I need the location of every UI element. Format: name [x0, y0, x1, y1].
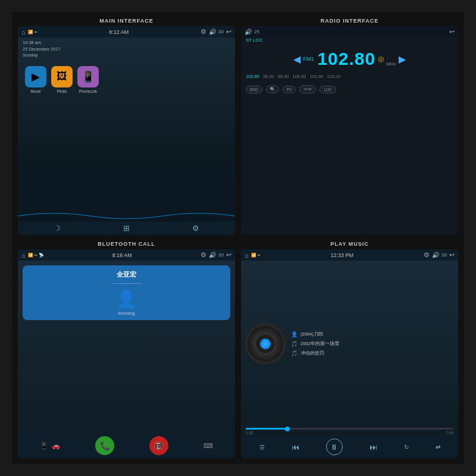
photo-app[interactable]: 🖼 Photo: [51, 66, 73, 93]
phonelink-label: PhoneLink: [79, 89, 98, 93]
radio-volume-icon[interactable]: 🔊: [245, 29, 252, 35]
preset-2[interactable]: 98.60: [263, 74, 274, 79]
home-icon[interactable]: ⌂: [21, 29, 26, 36]
apps-grid-icon[interactable]: ⊞: [123, 224, 130, 233]
music-status-icons: 📶 ▪▪: [251, 253, 261, 258]
photo-label: Photo: [57, 89, 67, 93]
music-body: 👤 (2004)刀郎 🎵 2002年的第一场雪 🎵 冲动的惩罚: [241, 261, 458, 427]
track-item-3[interactable]: 🎵 冲动的惩罚: [291, 350, 455, 356]
music-eq-icon[interactable]: ⚙: [424, 251, 430, 259]
track-3-title: 冲动的惩罚: [300, 350, 324, 356]
bt-phone-icon: 📱: [40, 442, 48, 450]
vinyl-disc: [245, 323, 286, 365]
radio-volume-level: 25: [254, 29, 259, 35]
shuffle-icon[interactable]: ⇄: [436, 444, 440, 450]
phonelink-app[interactable]: 📱 PhoneLink: [77, 66, 99, 93]
volume-level: 20: [218, 29, 224, 35]
radio-interface-label: RADIO INTERFACE: [241, 18, 458, 24]
music-screen: ⌂ 📶 ▪▪ 12:33 PM ⚙ 🔊 20 ↩: [241, 249, 458, 458]
track-item-2[interactable]: 🎵 2002年的第一场雪: [291, 341, 455, 347]
preset-1[interactable]: 102.80: [246, 74, 259, 79]
loc-button[interactable]: LOC: [320, 86, 336, 93]
equalizer-icon[interactable]: ⚙: [201, 28, 206, 36]
music-controls: ☰ ⏮ ⏸ ⏭ ↻ ⇄: [241, 436, 458, 458]
music-volume-icon[interactable]: 🔊: [432, 252, 439, 258]
preset-4[interactable]: 100.80: [293, 74, 306, 79]
radio-back-icon[interactable]: ↩: [449, 28, 455, 36]
progress-dot: [285, 427, 290, 431]
main-bottombar: ☽ ⊞ ⚙: [18, 221, 235, 235]
music-back-icon[interactable]: ↩: [449, 251, 455, 259]
bt-car-icon: 🚗: [52, 442, 60, 450]
bt-volume-icon[interactable]: 🔊: [209, 252, 216, 258]
track-2-title: 2002年的第一场雪: [300, 341, 339, 347]
music-topbar: ⌂ 📶 ▪▪ 12:33 PM ⚙ 🔊 20 ↩: [241, 249, 458, 261]
radio-interface-section: RADIO INTERFACE 🔊 25 ↩ ST LOC ◀ FM1 102.…: [241, 18, 458, 235]
bt-eq-icon[interactable]: ⚙: [201, 251, 206, 259]
radio-frequency: 102.80: [317, 49, 375, 69]
bt-volume-level: 20: [218, 252, 224, 258]
playlist-icon[interactable]: ☰: [259, 444, 265, 450]
progress-bar-background[interactable]: [246, 428, 453, 430]
preset-3[interactable]: 99.30: [278, 74, 289, 79]
radio-topbar: 🔊 25 ↩: [241, 26, 458, 37]
bluetooth-call-label: BLUETOOTH CALL: [18, 241, 235, 247]
moon-icon[interactable]: ☽: [54, 224, 61, 233]
call-status: Incoming: [118, 311, 134, 315]
track-1-title: (2004)刀郎: [300, 331, 323, 337]
radio-unit: MHz: [386, 61, 396, 69]
progress-bar-fill: [246, 428, 287, 430]
play-pause-button[interactable]: ⏸: [326, 439, 343, 455]
signal-icon: ▪▪: [35, 30, 37, 34]
main-day: Sunday: [23, 52, 230, 59]
ps-button[interactable]: PS: [283, 86, 296, 93]
movie-app[interactable]: ▶ Movie: [25, 66, 46, 93]
answer-button[interactable]: 📞: [95, 436, 114, 455]
play-music-section: PLAY MUSIC ⌂ 📶 ▪▪ 12:33 PM ⚙ 🔊 20 ↩: [241, 241, 458, 458]
bnd-button[interactable]: BND: [246, 86, 262, 93]
vinyl-center: [260, 339, 271, 349]
movie-icon: ▶: [25, 66, 46, 87]
movie-label: Movie: [30, 89, 40, 93]
main-interface-label: MAIN INTERFACE: [18, 18, 235, 24]
settings-icon[interactable]: ⚙: [192, 224, 199, 233]
track-item-1[interactable]: 👤 (2004)刀郎: [291, 331, 455, 337]
play-music-label: PLAY MUSIC: [241, 241, 458, 247]
radio-band: FM1: [303, 56, 314, 62]
radio-st-loc: ST LOC: [241, 37, 458, 44]
scan-button[interactable]: ≪≫: [299, 85, 316, 93]
track-3-icon: 🎵: [291, 350, 298, 356]
music-volume-level: 20: [441, 252, 447, 258]
radio-presets: 102.80 98.60 99.30 100.80 102.80 103.20: [241, 71, 458, 82]
bt-time: 8:16 AM: [112, 252, 132, 258]
repeat-icon[interactable]: ↻: [404, 444, 409, 450]
main-time: 8:12 AM: [109, 29, 129, 35]
caller-name: 全亚宏: [117, 270, 136, 279]
main-apps: ▶ Movie 🖼 Photo 📱 PhoneLink: [18, 62, 235, 97]
search-button[interactable]: 🔍: [266, 85, 279, 93]
music-progress: 1:32 7:54: [241, 427, 458, 436]
music-home-icon[interactable]: ⌂: [245, 252, 249, 259]
next-track-button[interactable]: ⏭: [369, 443, 377, 452]
volume-icon[interactable]: 🔊: [209, 29, 216, 35]
preset-6[interactable]: 103.20: [327, 74, 340, 79]
vinyl-record: [245, 264, 286, 423]
preset-5[interactable]: 102.80: [309, 74, 323, 79]
keypad-icon[interactable]: ⌨: [203, 442, 213, 450]
radio-stereo-icon: ◎: [378, 55, 384, 63]
bt-home-icon[interactable]: ⌂: [21, 252, 26, 259]
total-time: 7:54: [446, 431, 453, 435]
radio-prev-button[interactable]: ◀: [293, 54, 300, 65]
prev-track-button[interactable]: ⏮: [292, 443, 299, 452]
main-interface-section: MAIN INTERFACE ⌂ 📶 ▪▪ 8:12 AM ⚙ 🔊 20 ↩: [18, 18, 235, 235]
radio-screen: 🔊 25 ↩ ST LOC ◀ FM1 102.80 ◎ MHz ▶ 102.8…: [241, 26, 458, 235]
back-icon[interactable]: ↩: [226, 28, 231, 36]
current-time: 1:32: [246, 431, 253, 435]
decline-button[interactable]: 📵: [149, 436, 168, 455]
main-info: 10:38 am 25 December 2017 Sunday: [18, 37, 235, 61]
main-topbar: ⌂ 📶 ▪▪ 8:12 AM ⚙ 🔊 20 ↩: [18, 26, 235, 37]
radio-next-button[interactable]: ▶: [399, 54, 406, 65]
photo-icon: 🖼: [51, 66, 73, 87]
bt-bottombar: 📱 🚗 📞 📵 ⌨: [18, 433, 235, 458]
bt-back-icon[interactable]: ↩: [226, 251, 231, 259]
